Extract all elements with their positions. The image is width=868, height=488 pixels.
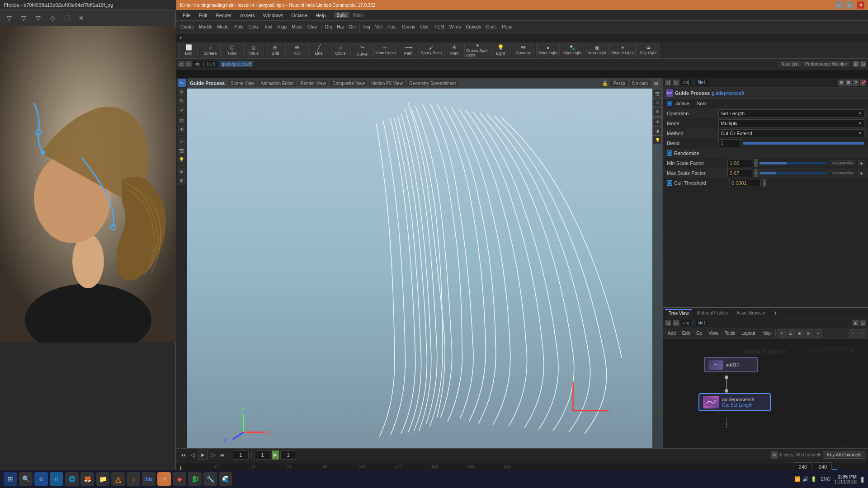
shelf-curve[interactable]: 〜Curve <box>352 43 373 57</box>
taskbar-sound-icon[interactable]: 🔊 <box>802 476 809 482</box>
take-list-button[interactable]: Take List <box>778 61 801 67</box>
tb-model[interactable]: Model <box>215 23 231 30</box>
tb-create[interactable]: Create <box>178 23 196 30</box>
ne-back-btn[interactable]: ◁ <box>665 320 671 326</box>
vp-snap-icon-r[interactable]: ⊕ <box>653 108 661 116</box>
scene-view-tab[interactable]: Scene View <box>228 80 257 86</box>
shelf-path[interactable]: ⟶Path <box>398 43 419 57</box>
menu-windows[interactable]: Windows <box>259 12 287 19</box>
ne-add-btn[interactable]: Add <box>665 330 679 337</box>
search-button[interactable]: 🔍 <box>19 472 33 486</box>
shelf-camera[interactable]: 📷Camera. <box>512 43 535 57</box>
shelf-null[interactable]: ⊕Null <box>287 43 307 57</box>
shelf-spot-light[interactable]: 🔦Spot Light <box>561 43 584 57</box>
ne-help-btn[interactable]: Help <box>759 330 774 337</box>
tb-obj[interactable]: Obj <box>323 23 335 30</box>
add-tab-button[interactable]: + <box>772 310 779 317</box>
key-all-channels-button[interactable]: Key All Channels <box>823 451 865 459</box>
photo-tool-5[interactable]: ☐ <box>61 13 72 23</box>
nav-obj-path[interactable]: obj <box>193 61 202 67</box>
menu-assets[interactable]: Assets <box>236 12 259 19</box>
shelf-circle[interactable]: ○Circle <box>330 43 351 57</box>
tb-vell[interactable]: Vell <box>373 23 385 30</box>
tb-cont[interactable]: Cont. <box>484 23 499 30</box>
ne-file-path[interactable]: file1 <box>696 320 708 326</box>
ne-view-btn[interactable]: View <box>706 330 721 337</box>
shelf-grains-spot-light[interactable]: ✦Grains Spot Light <box>466 43 489 57</box>
shelf-font[interactable]: AFont <box>444 43 465 57</box>
tb-musc[interactable]: Musc <box>289 23 305 30</box>
tb-part[interactable]: Part. <box>385 23 399 30</box>
ne-icon-1[interactable]: ✕ <box>778 329 786 338</box>
ne-obj-path[interactable]: obj <box>681 320 691 326</box>
node-add10[interactable]: ~ add10 <box>704 357 758 372</box>
taskbar-show-desktop[interactable]: ▮ <box>860 475 864 483</box>
min-scale-slider[interactable] <box>760 162 827 164</box>
cull-threshold-checkbox[interactable]: ✓ <box>667 180 672 186</box>
tl-play-button[interactable]: ▶ <box>198 450 208 460</box>
shelf-torus[interactable]: ◎Torus <box>243 43 264 57</box>
min-scale-slider-handle[interactable]: | <box>754 159 758 167</box>
handle-tool[interactable]: ⊡ <box>178 116 186 124</box>
tb-popu[interactable]: Popu. <box>500 23 516 30</box>
menu-octane[interactable]: Octane <box>288 12 311 19</box>
ne-zoom-out[interactable]: - <box>858 329 866 338</box>
method-dropdown[interactable]: Cut Or Extend ▼ <box>718 129 864 137</box>
ne-icon-table[interactable]: ⊟ <box>805 329 813 338</box>
cull-threshold-value-box[interactable]: 0.0001 <box>729 179 761 187</box>
tb-fem[interactable]: FEM <box>433 23 447 30</box>
view-tool[interactable]: 👁 <box>178 125 186 133</box>
shelf-tube[interactable]: ⬡Tube <box>222 43 242 57</box>
max-scale-slider-handle[interactable]: | <box>754 169 758 177</box>
operation-dropdown[interactable]: Set Length ▼ <box>718 109 864 117</box>
cull-slider-handle[interactable]: | <box>763 179 766 187</box>
close-button[interactable]: ✕ <box>857 1 864 9</box>
props-gear-icon[interactable]: ⚙ <box>838 80 844 86</box>
ne-fwd-btn[interactable]: ▷ <box>673 320 679 326</box>
ne-icon-grid[interactable]: ⊞ <box>796 329 804 338</box>
nav-forward-button[interactable]: ▷ <box>185 61 192 67</box>
taskbar-app3[interactable]: 3ds <box>142 472 156 486</box>
tb-gui[interactable]: Gui <box>346 23 358 30</box>
rotate-tool[interactable]: ↻ <box>178 97 186 105</box>
menu-help[interactable]: Help <box>312 12 330 19</box>
shelf-sky-light[interactable]: 🌤Sky Light <box>637 43 660 57</box>
play-indicator[interactable]: ▶ <box>272 450 279 460</box>
max-scale-value-box[interactable]: 0.67 <box>727 169 752 177</box>
expand-icon[interactable]: ⊞ <box>853 61 859 67</box>
node-canvas[interactable]: Indie Edition Geometry <box>663 339 868 461</box>
taskbar-app2[interactable]: ○ <box>127 472 140 486</box>
perf-monitor-button[interactable]: Performance Monitor <box>802 61 850 67</box>
photo-tool-2[interactable]: ▽ <box>18 13 29 23</box>
start-frame-input[interactable] <box>255 450 270 460</box>
max-scale-slider[interactable] <box>760 172 827 174</box>
vp-light2-icon[interactable]: 💡 <box>653 136 661 144</box>
tb-defo[interactable]: Defo. <box>246 23 261 30</box>
end-frame-input[interactable] <box>280 450 296 460</box>
props-fwd-btn[interactable]: ▷ <box>673 80 679 86</box>
frame-input[interactable] <box>233 450 249 460</box>
tb-modify[interactable]: Modify <box>197 23 214 30</box>
max-scale-anim-icon[interactable]: ◆ <box>858 170 864 176</box>
nav-file-path[interactable]: file1 <box>205 61 217 67</box>
photo-tool-1[interactable]: ▽ <box>4 13 14 23</box>
tb-poly[interactable]: Poly <box>232 23 245 30</box>
persp-button[interactable]: Persp <box>610 80 627 86</box>
taskbar-edge[interactable]: e <box>50 472 63 486</box>
tl-prev-frame[interactable]: ◁ <box>189 451 197 459</box>
props-expand-icon[interactable]: ⊞ <box>845 80 852 86</box>
maximize-button[interactable]: □ <box>846 1 854 9</box>
taskbar-app6[interactable]: 🔧 <box>203 472 217 486</box>
start-button[interactable]: ⊞ <box>4 472 17 486</box>
vp-vis-icon[interactable]: 👁 <box>653 118 661 126</box>
blend-value-box[interactable]: 1 <box>718 139 741 147</box>
props-obj-path[interactable]: obj <box>681 80 691 85</box>
render-view-tab[interactable]: Render View <box>298 80 328 86</box>
cam-icon[interactable]: 📷 <box>178 146 186 155</box>
tb-oce[interactable]: Oce. <box>418 23 432 30</box>
shelf-distant-light[interactable]: ☀Distant Light <box>609 43 636 57</box>
snap-icon[interactable]: ⊕ <box>178 168 186 176</box>
ne-edit-btn[interactable]: Edit <box>679 330 693 337</box>
viewport[interactable]: Guide Process Scene View Animation Edito… <box>187 78 662 461</box>
props-pin-icon[interactable]: 📌 <box>860 80 866 86</box>
